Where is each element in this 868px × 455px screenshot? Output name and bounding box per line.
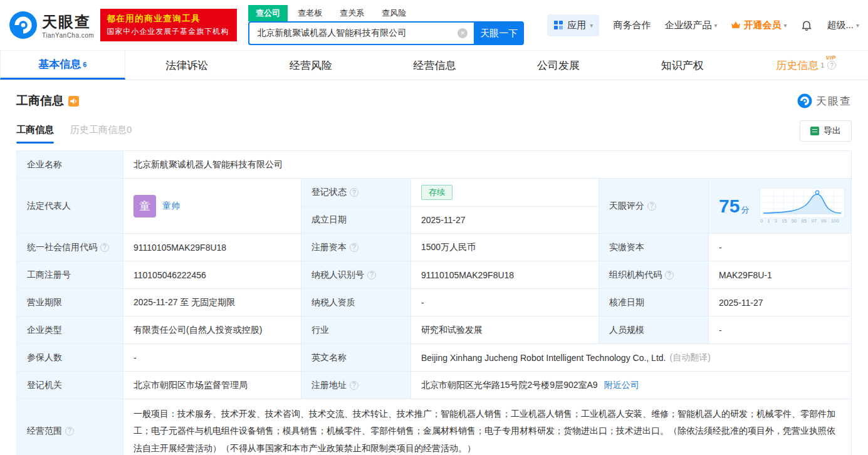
search-button[interactable]: 天眼一下 xyxy=(474,21,524,45)
tab-history-info[interactable]: VIP 历史信息1 ? xyxy=(744,51,868,80)
search-input[interactable] xyxy=(248,21,474,45)
tab-label: 经营风险 xyxy=(290,58,332,73)
taxpayer-id-value: 91110105MAK29F8U18 xyxy=(411,261,599,289)
field-label: 统一社会信用代码 ? xyxy=(17,234,123,261)
link-label: 企业级产品 xyxy=(664,19,711,31)
search-tab-company[interactable]: 查公司 xyxy=(248,5,288,21)
tab-intellectual-property[interactable]: 知识产权 xyxy=(620,51,745,80)
promo-line2: 国家中小企业发展子基金旗下机构 xyxy=(107,26,231,37)
avatar[interactable]: 童 xyxy=(133,195,156,217)
tab-company-development[interactable]: 公司发展 xyxy=(496,51,620,80)
export-button[interactable]: 导出 xyxy=(800,120,852,142)
help-icon[interactable]: ? xyxy=(827,61,836,70)
header-right: 应用 ▾ 商务合作 企业级产品 ▾ 开通会员 ▾ 超级... ▾ xyxy=(547,14,859,36)
help-icon[interactable]: ? xyxy=(65,427,74,436)
field-label: 法定代表人 xyxy=(17,179,123,234)
crown-icon xyxy=(731,21,741,29)
help-icon[interactable]: ? xyxy=(350,188,358,197)
field-label: 实缴资本 xyxy=(599,234,709,261)
tab-operation-info[interactable]: 经营信息 xyxy=(373,51,497,80)
apps-menu[interactable]: 应用 ▾ xyxy=(547,14,599,36)
help-icon[interactable]: ? xyxy=(350,243,358,252)
field-label: 注册资本 ? xyxy=(301,234,411,261)
announcement-icon[interactable] xyxy=(68,96,79,107)
help-icon[interactable]: ? xyxy=(350,381,358,390)
link-business-cooperation[interactable]: 商务合作 xyxy=(613,19,651,31)
search-area: 查公司 查老板 查关系 查风险 ✕ 天眼一下 xyxy=(248,5,524,45)
label-text: 登记状态 xyxy=(311,187,347,198)
field-label: 登记状态 ? xyxy=(301,179,411,207)
score-axis-tick: 97 xyxy=(811,218,817,224)
search-tab-risk[interactable]: 查风险 xyxy=(374,5,414,21)
english-name-cell: Beijing Xinhang Jucheng Robot Intelligen… xyxy=(411,344,852,372)
help-icon[interactable]: ? xyxy=(100,243,109,252)
subtab-history-business-info[interactable]: 历史工商信息0 xyxy=(70,124,132,144)
tab-operation-risk[interactable]: 经营风险 xyxy=(249,51,373,80)
tianyancha-logo-icon xyxy=(9,11,38,39)
search-tab-boss[interactable]: 查老板 xyxy=(290,5,330,21)
table-row: 法定代表人 童 童帅 登记状态 ? 存续 成立日期 2025-11-27 天眼评… xyxy=(17,179,852,234)
taxpayer-quality-value: - xyxy=(411,289,599,316)
field-label: 组织机构代码 ? xyxy=(599,261,709,289)
table-row: 登记机关 北京市朝阳区市场监督管理局 注册地址 ? 北京市朝阳区光华路15号院2… xyxy=(17,372,852,399)
section-header: 工商信息 天眼查 xyxy=(0,80,868,109)
paid-capital-value: - xyxy=(709,234,852,261)
notifications-bell[interactable] xyxy=(800,19,813,31)
open-vip-link[interactable]: 开通会员 ▾ xyxy=(731,19,787,31)
tab-label: 历史信息 xyxy=(776,58,818,73)
score-number: 75 xyxy=(719,196,740,216)
tab-legal-litigation[interactable]: 法律诉讼 xyxy=(125,51,249,80)
reg-number-value: 110105046222456 xyxy=(123,261,301,289)
field-label: 经营范围 ? xyxy=(17,399,123,455)
score-axis-tick: 99 xyxy=(821,218,827,224)
score-axis-tick: 85 xyxy=(801,218,807,224)
english-name-value: Beijing Xinhang Jucheng Robot Intelligen… xyxy=(421,353,666,363)
table-row: 企业类型 有限责任公司(自然人投资或控股) 行业 研究和试验发展 人员规模 - xyxy=(17,316,852,344)
subtab-business-info[interactable]: 工商信息 xyxy=(16,124,54,144)
field-label: 企业类型 xyxy=(17,316,123,344)
link-enterprise-products[interactable]: 企业级产品 ▾ xyxy=(664,19,717,31)
search-tab-relation[interactable]: 查关系 xyxy=(332,5,372,21)
header: 天眼查 TianYanCha.com 都在用的商业查询工具 国家中小企业发展子基… xyxy=(0,0,868,50)
search-tabs: 查公司 查老板 查关系 查风险 xyxy=(248,5,524,21)
link-label: 商务合作 xyxy=(613,19,651,31)
legal-rep-cell: 童 童帅 xyxy=(123,179,301,234)
nearby-companies-link[interactable]: 附近公司 xyxy=(604,380,639,391)
table-row: 参保人数 - 英文名称 Beijing Xinhang Jucheng Robo… xyxy=(17,344,852,372)
score-axis-tick: 1 xyxy=(767,218,770,224)
apps-label: 应用 xyxy=(567,19,586,31)
brand-name: 天眼查 xyxy=(42,12,94,32)
business-term-value: 2025-11-27 至 无固定期限 xyxy=(123,289,301,316)
promo-line1: 都在用的商业查询工具 xyxy=(107,13,231,24)
legal-rep-link[interactable]: 童帅 xyxy=(162,201,180,212)
detail-nav: 基本信息6 法律诉讼 经营风险 经营信息 公司发展 知识产权 VIP 历史信息1… xyxy=(0,50,868,80)
business-scope-cell: 一般项目：技术服务、技术开发、技术咨询、技术交流、技术转让、技术推广；智能机器人… xyxy=(123,399,852,455)
company-name-value: 北京新航聚诚机器人智能科技有限公司 xyxy=(123,151,852,179)
field-label: 行业 xyxy=(301,316,411,344)
score-axis: 0 1 3 15 50 85 97 99 100 xyxy=(760,218,840,224)
tianyancha-logo[interactable]: 天眼查 TianYanCha.com xyxy=(9,11,94,39)
tianyan-score-cell[interactable]: 75分 xyxy=(709,179,852,234)
reg-authority-value: 北京市朝阳区市场监督管理局 xyxy=(123,372,301,399)
label-text: 统一社会信用代码 xyxy=(27,242,97,253)
grid-icon xyxy=(553,20,563,30)
brand-domain: TianYanCha.com xyxy=(42,32,94,39)
field-label: 登记机关 xyxy=(17,372,123,399)
score-unit: 分 xyxy=(741,205,749,214)
approve-date-value: 2025-11-27 xyxy=(709,289,852,316)
label-text: 天眼评分 xyxy=(609,201,644,212)
user-menu[interactable]: 超级... ▾ xyxy=(827,19,859,31)
company-type-value: 有限责任公司(自然人投资或控股) xyxy=(123,316,301,344)
help-icon[interactable]: ? xyxy=(647,202,656,211)
help-icon[interactable]: ? xyxy=(367,271,376,280)
table-row: 营业期限 2025-11-27 至 无固定期限 纳税人资质 - 核准日期 202… xyxy=(17,289,852,316)
tab-label: 基本信息 xyxy=(38,57,81,71)
field-label: 成立日期 xyxy=(301,207,411,234)
score-axis-tick: 100 xyxy=(831,218,839,224)
help-icon[interactable]: ? xyxy=(665,271,674,280)
industry-value: 研究和试验发展 xyxy=(411,316,599,344)
tab-label: 法律诉讼 xyxy=(165,58,208,73)
tab-basic-info[interactable]: 基本信息6 xyxy=(0,51,125,80)
caret-down-icon: ▾ xyxy=(783,22,787,29)
score-chart: 0 1 3 15 50 85 97 99 100 xyxy=(760,188,845,224)
